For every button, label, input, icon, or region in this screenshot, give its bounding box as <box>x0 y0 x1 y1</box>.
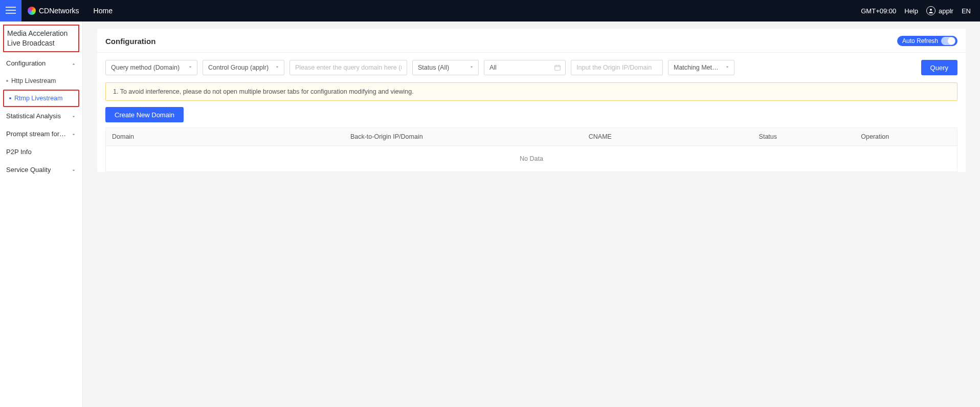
col-operation: Operation <box>855 128 957 145</box>
chevron-up-icon <box>71 60 76 66</box>
sidebar-title-line1: Media Acceleration <box>7 29 75 38</box>
chevron-down-icon <box>725 64 730 71</box>
timezone-label[interactable]: GMT+09:00 <box>861 7 896 15</box>
col-origin: Back-to-Origin IP/Domain <box>344 128 583 145</box>
filter-row: Query method (Domain) Control Group (app… <box>97 53 966 80</box>
create-new-domain-button[interactable]: Create New Domain <box>105 107 184 122</box>
svg-rect-0 <box>6 7 16 8</box>
auto-refresh-label: Auto Refresh <box>902 37 938 45</box>
sidebar-item-label: Configuration <box>6 59 46 67</box>
brand-name: CDNetworks <box>39 7 79 15</box>
sidebar-item-service-quality[interactable]: Service Quality <box>0 161 82 179</box>
query-method-select[interactable]: Query method (Domain) <box>105 60 197 75</box>
user-icon <box>926 6 936 15</box>
chevron-down-icon <box>71 113 76 118</box>
sidebar-item-label: Service Quality <box>6 166 51 174</box>
domain-query-field[interactable] <box>295 64 402 71</box>
download-icon[interactable] <box>948 110 957 119</box>
sidebar-item-prompt-stream-forbidden[interactable]: Prompt stream forbidd... <box>0 125 82 143</box>
sidebar-item-label: Rtmp Livestream <box>14 95 62 102</box>
svg-point-3 <box>930 9 932 11</box>
table-no-data: No Data <box>106 146 957 172</box>
help-link[interactable]: Help <box>904 7 918 15</box>
chevron-down-icon <box>71 167 76 172</box>
chevron-down-icon <box>188 64 193 71</box>
nav-home[interactable]: Home <box>94 7 113 15</box>
hamburger-menu-button[interactable] <box>0 0 21 22</box>
topbar: CDNetworks Home GMT+09:00 Help applr EN <box>0 0 980 22</box>
user-menu[interactable]: applr <box>926 6 953 15</box>
origin-input[interactable] <box>571 60 663 75</box>
date-select[interactable]: All <box>484 60 566 75</box>
auto-refresh-toggle[interactable]: Auto Refresh <box>897 36 957 46</box>
toggle-icon <box>941 37 955 45</box>
origin-field[interactable] <box>576 64 657 71</box>
matching-method-select[interactable]: Matching Method (Fu... <box>668 60 734 75</box>
chevron-down-icon <box>71 131 76 136</box>
chevron-down-icon <box>469 64 474 71</box>
sidebar-title-line2: Live Broadcast <box>7 38 75 48</box>
notice-banner: 1. To avoid interference, please do not … <box>105 82 957 101</box>
col-cname: CNAME <box>583 128 753 145</box>
hamburger-icon <box>6 5 16 17</box>
sidebar-section-title: Media Acceleration Live Broadcast <box>3 25 79 52</box>
brand-logo-icon <box>28 7 36 15</box>
col-domain: Domain <box>106 128 344 145</box>
page-title: Configuration <box>105 37 155 46</box>
main-content: Configuration Auto Refresh Query method … <box>83 22 980 407</box>
select-value: Control Group (applr) <box>208 64 277 71</box>
select-value: Matching Method (Fu... <box>674 64 729 71</box>
svg-rect-4 <box>555 66 561 70</box>
sidebar-item-label: Statistical Analysis <box>6 112 61 120</box>
language-switch[interactable]: EN <box>962 7 971 15</box>
svg-rect-1 <box>6 10 16 11</box>
chevron-down-icon <box>275 64 280 71</box>
action-row: Create New Domain <box>97 107 966 127</box>
sidebar-item-label: Http Livestream <box>11 77 56 84</box>
select-value: Query method (Domain) <box>111 64 188 71</box>
calendar-icon <box>554 64 561 71</box>
sidebar-item-p2p-info[interactable]: P2P Info <box>0 143 82 161</box>
username-label: applr <box>939 7 953 15</box>
sidebar-item-rtmp-livestream[interactable]: Rtmp Livestream <box>3 90 79 107</box>
select-value: Status (All) <box>418 64 457 71</box>
select-value: All <box>489 64 505 71</box>
sidebar-item-http-livestream[interactable]: Http Livestream <box>0 72 82 90</box>
brand: CDNetworks <box>28 7 79 15</box>
table-header: Domain Back-to-Origin IP/Domain CNAME St… <box>106 128 957 146</box>
status-select[interactable]: Status (All) <box>412 60 479 75</box>
sidebar-item-label: P2P Info <box>6 148 32 156</box>
svg-rect-2 <box>6 13 16 14</box>
control-group-select[interactable]: Control Group (applr) <box>203 60 284 75</box>
topbar-right: GMT+09:00 Help applr EN <box>861 6 980 15</box>
sidebar: Media Acceleration Live Broadcast Config… <box>0 22 83 407</box>
col-status: Status <box>753 128 855 145</box>
domain-table: Domain Back-to-Origin IP/Domain CNAME St… <box>105 127 957 172</box>
page-header: Configuration Auto Refresh <box>97 29 966 53</box>
domain-query-input[interactable] <box>289 60 407 75</box>
sidebar-item-configuration[interactable]: Configuration <box>0 54 82 72</box>
sidebar-item-statistical-analysis[interactable]: Statistical Analysis <box>0 107 82 125</box>
query-button[interactable]: Query <box>921 60 957 75</box>
sidebar-item-label: Prompt stream forbidd... <box>6 130 66 138</box>
